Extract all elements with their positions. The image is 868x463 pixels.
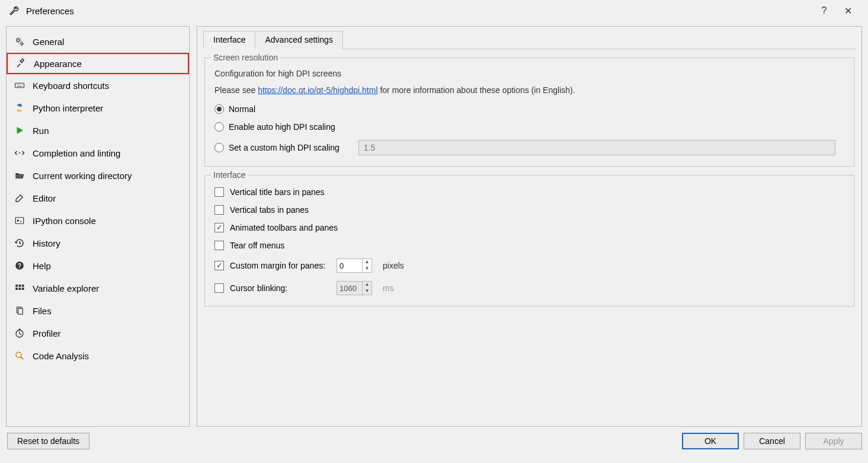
sidebar-item-current-working-directory[interactable]: Current working directory bbox=[7, 164, 189, 187]
completion-icon bbox=[14, 147, 25, 159]
sidebar-item-label: Appearance bbox=[34, 59, 82, 69]
svg-rect-2 bbox=[15, 83, 24, 88]
keyboard-icon bbox=[14, 79, 25, 91]
checkbox-vertical-tabs[interactable] bbox=[214, 205, 224, 215]
sidebar-item-label: Run bbox=[33, 126, 49, 136]
python-icon bbox=[14, 102, 25, 114]
radio-normal[interactable] bbox=[214, 104, 224, 114]
cancel-button[interactable]: Cancel bbox=[744, 433, 800, 449]
checkbox-tear-off-menus[interactable] bbox=[214, 241, 224, 250]
eyedropper-icon bbox=[15, 58, 27, 69]
sidebar-item-history[interactable]: History bbox=[7, 232, 189, 254]
content-pane: Interface Advanced settings Screen resol… bbox=[197, 26, 862, 427]
sidebar: General Appearance Keyboard shortcuts Py… bbox=[6, 26, 190, 427]
custom-margin-value[interactable] bbox=[337, 259, 362, 272]
sidebar-item-label: Editor bbox=[33, 193, 56, 203]
group-legend: Screen resolution bbox=[211, 53, 280, 62]
sidebar-item-files[interactable]: Files bbox=[7, 299, 189, 322]
grid-icon bbox=[14, 282, 25, 294]
sidebar-item-keyboard-shortcuts[interactable]: Keyboard shortcuts bbox=[7, 74, 189, 97]
svg-point-0 bbox=[17, 39, 20, 42]
sidebar-item-profiler[interactable]: Profiler bbox=[7, 322, 189, 344]
sidebar-item-label: Keyboard shortcuts bbox=[33, 81, 109, 91]
sidebar-item-label: Profiler bbox=[33, 328, 61, 339]
title-bar: Preferences ? ✕ bbox=[0, 0, 868, 21]
sidebar-item-python-interpreter[interactable]: Python interpreter bbox=[7, 97, 189, 119]
svg-text:?: ? bbox=[18, 262, 21, 269]
checkbox-label: Custom margin for panes: bbox=[230, 261, 331, 270]
radio-auto-dpi-label: Enable auto high DPI scaling bbox=[229, 122, 335, 132]
sidebar-item-label: History bbox=[33, 238, 60, 248]
sidebar-item-ipython-console[interactable]: IPython console bbox=[7, 209, 189, 232]
checkbox-label: Animated toolbars and panes bbox=[230, 223, 338, 232]
sidebar-item-help[interactable]: ? Help bbox=[7, 254, 189, 277]
cursor-blinking-unit: ms bbox=[383, 283, 394, 293]
highdpi-link[interactable]: https://doc.qt.io/qt-5/highdpi.html bbox=[258, 85, 377, 95]
console-icon bbox=[14, 215, 25, 226]
checkbox-label: Vertical title bars in panes bbox=[230, 187, 325, 197]
cursor-blinking-spinner: ▲▼ bbox=[337, 281, 372, 295]
tab-interface[interactable]: Interface bbox=[203, 31, 255, 49]
play-icon bbox=[14, 124, 25, 136]
edit-icon bbox=[14, 192, 25, 204]
tabs: Interface Advanced settings bbox=[203, 30, 856, 49]
checkbox-label: Cursor blinking: bbox=[230, 283, 331, 293]
clock-icon bbox=[14, 327, 25, 339]
sidebar-item-general[interactable]: General bbox=[7, 30, 189, 53]
sidebar-item-variable-explorer[interactable]: Variable explorer bbox=[7, 277, 189, 299]
folder-open-icon bbox=[14, 170, 25, 181]
spinner-arrows[interactable]: ▲▼ bbox=[362, 259, 371, 272]
sidebar-item-label: Completion and linting bbox=[33, 148, 120, 158]
custom-dpi-input bbox=[358, 140, 835, 155]
sidebar-item-run[interactable]: Run bbox=[7, 119, 189, 142]
checkbox-cursor-blinking[interactable] bbox=[214, 283, 224, 293]
history-icon bbox=[14, 237, 25, 249]
radio-custom-dpi[interactable] bbox=[214, 143, 224, 152]
sidebar-item-label: General bbox=[33, 37, 64, 47]
checkbox-custom-margin[interactable] bbox=[214, 261, 224, 270]
svg-rect-4 bbox=[15, 218, 24, 224]
checkbox-label: Tear off menus bbox=[230, 241, 284, 250]
sidebar-item-editor[interactable]: Editor bbox=[7, 187, 189, 209]
svg-point-10 bbox=[16, 352, 21, 357]
window-title: Preferences bbox=[26, 6, 74, 16]
screen-res-subtitle: Configuration for high DPI screens bbox=[214, 69, 341, 78]
sidebar-item-appearance[interactable]: Appearance bbox=[7, 53, 189, 74]
group-interface: Interface Vertical title bars in panes V… bbox=[204, 175, 854, 306]
sidebar-item-code-analysis[interactable]: Code Analysis bbox=[7, 344, 189, 367]
tab-advanced-settings[interactable]: Advanced settings bbox=[255, 31, 342, 49]
svg-rect-8 bbox=[18, 308, 23, 314]
sidebar-item-label: Code Analysis bbox=[33, 351, 89, 361]
custom-margin-spinner[interactable]: ▲▼ bbox=[337, 258, 372, 273]
group-screen-resolution: Screen resolution Configuration for high… bbox=[204, 58, 854, 167]
wrench-icon bbox=[8, 5, 20, 17]
magnifier-icon bbox=[14, 350, 25, 362]
svg-point-3 bbox=[19, 152, 20, 154]
radio-normal-label: Normal bbox=[229, 104, 255, 114]
help-icon: ? bbox=[14, 260, 25, 272]
cursor-blinking-value bbox=[337, 282, 362, 295]
sidebar-item-completion-linting[interactable]: Completion and linting bbox=[7, 142, 189, 164]
sidebar-item-label: Variable explorer bbox=[33, 283, 99, 293]
ok-button[interactable]: OK bbox=[682, 433, 739, 449]
sidebar-item-label: Python interpreter bbox=[33, 103, 103, 113]
close-button[interactable]: ✕ bbox=[836, 5, 860, 17]
reset-to-defaults-button[interactable]: Reset to defaults bbox=[7, 433, 89, 449]
radio-auto-dpi[interactable] bbox=[214, 122, 224, 132]
group-legend: Interface bbox=[211, 170, 248, 180]
dialog-footer: Reset to defaults OK Cancel Apply bbox=[0, 429, 868, 453]
custom-margin-unit: pixels bbox=[383, 261, 404, 270]
sidebar-item-label: Files bbox=[33, 306, 52, 316]
screen-res-info: Please see https://doc.qt.io/qt-5/highdp… bbox=[214, 85, 575, 95]
sidebar-item-label: IPython console bbox=[33, 216, 96, 226]
files-icon bbox=[14, 305, 25, 317]
help-button[interactable]: ? bbox=[812, 5, 836, 16]
apply-button: Apply bbox=[805, 433, 862, 449]
svg-point-1 bbox=[21, 43, 23, 45]
spinner-arrows: ▲▼ bbox=[362, 282, 371, 295]
checkbox-animated-toolbars[interactable] bbox=[214, 223, 224, 232]
gears-icon bbox=[14, 36, 25, 47]
checkbox-vertical-title-bars[interactable] bbox=[214, 187, 224, 197]
checkbox-label: Vertical tabs in panes bbox=[230, 205, 309, 215]
sidebar-item-label: Current working directory bbox=[33, 171, 132, 181]
